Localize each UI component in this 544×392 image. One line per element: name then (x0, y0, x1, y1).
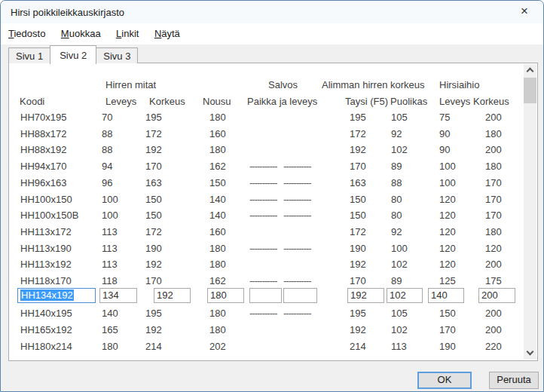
cell-aihio-korkeus: 200 (485, 109, 502, 126)
menu-item-linkit[interactable]: Linkit (110, 23, 145, 43)
cell-leveys: 140 (102, 305, 118, 322)
menu-item-tiedosto[interactable]: Tiedosto (2, 23, 51, 43)
edit-input-puolikas[interactable] (387, 288, 423, 303)
edit-input-taysi[interactable] (347, 288, 384, 303)
cell-salvos-leveys: ----------- (283, 175, 311, 191)
cell-koodi: HH113x190 (20, 240, 72, 257)
edit-input-salvos-paikka[interactable] (249, 288, 282, 303)
tab-panel: Hirren mitat Salvos Alimman hirren korke… (8, 63, 538, 361)
table-row[interactable]: HH113x17211317216017292120180 (9, 224, 524, 240)
cell-puolikas: 80 (391, 191, 402, 208)
cell-puolikas: 80 (391, 207, 402, 224)
edit-input-leveys[interactable] (99, 288, 137, 303)
cell-korkeus: 170 (145, 158, 162, 175)
ok-button[interactable]: OK (417, 372, 472, 389)
edit-input-salvos-leveys[interactable] (283, 288, 317, 303)
edit-input-koodi[interactable]: HH134x192 (17, 288, 96, 303)
table-row[interactable]: HH180x214180214202214113190220 (9, 338, 524, 355)
column-header-puolikas: Puolikas (390, 96, 427, 107)
cell-taysi: 195 (350, 305, 366, 322)
cell-leveys: 88 (102, 142, 112, 158)
cell-nousu: 180 (209, 322, 226, 338)
scroll-thumb[interactable] (524, 78, 536, 103)
cell-leveys: 165 (102, 322, 118, 338)
table-row[interactable]: HH94x17094170162----------------------17… (9, 158, 524, 175)
close-button[interactable]: × (510, 1, 539, 23)
cell-taysi: 214 (350, 338, 366, 355)
cell-koodi: HH180x214 (20, 338, 72, 355)
cell-koodi: HH94x170 (20, 158, 66, 175)
table-row[interactable]: HH100x150B100150140---------------------… (9, 207, 524, 224)
cell-aihio-leveys: 120 (439, 207, 456, 224)
cell-korkeus: 214 (145, 338, 162, 355)
cell-aihio-korkeus: 200 (485, 305, 502, 322)
column-header-korkeus: Korkeus (149, 96, 185, 107)
cell-leveys: 70 (102, 109, 112, 126)
column-header-nousu: Nousu (203, 96, 231, 107)
edit-input-aihio-korkeus[interactable] (478, 288, 515, 303)
cell-nousu: 202 (209, 338, 226, 355)
menu-item-nayta[interactable]: Näytä (148, 23, 186, 43)
cell-nousu: 140 (209, 207, 226, 224)
table-row[interactable]: HH113x192113192180192102120200 (9, 256, 524, 273)
tab-sivu-2[interactable]: Sivu 2 (50, 45, 96, 64)
edit-input-korkeus[interactable] (154, 288, 191, 303)
chevron-down-icon (527, 348, 534, 356)
cell-nousu: 180 (209, 142, 226, 158)
cell-aihio-leveys: 90 (439, 142, 450, 158)
cell-aihio-leveys: 125 (439, 273, 456, 289)
cell-korkeus: 195 (145, 305, 162, 322)
edit-input-nousu[interactable] (207, 288, 244, 303)
cell-aihio-korkeus: 200 (485, 322, 502, 338)
table-row[interactable]: HH88x1928819218019210290200 (9, 142, 524, 158)
cell-koodi: HH88x192 (20, 142, 66, 158)
menu-bar: Tiedosto Muokkaa Linkit Näytä (1, 23, 543, 44)
title-bar: Hirsi poikkileikkauskirjasto × (1, 1, 543, 23)
table-row[interactable]: HH140x195140195180----------------------… (9, 305, 524, 322)
table-row[interactable]: HH118x170118170162----------------------… (9, 273, 524, 289)
close-icon: × (521, 4, 528, 18)
cell-puolikas: 92 (391, 126, 402, 142)
cell-koodi: HH113x172 (20, 224, 72, 240)
table-row[interactable]: HH100x150100150140----------------------… (9, 191, 524, 208)
cell-salvos-leveys: ----------- (283, 158, 311, 175)
cell-koodi: HH96x163 (20, 175, 66, 191)
cell-salvos-leveys: ----------- (283, 240, 311, 257)
cell-nousu: 162 (209, 273, 226, 289)
cell-aihio-leveys: 120 (439, 191, 456, 208)
scroll-up-button[interactable] (524, 64, 536, 77)
tab-sivu-1[interactable]: Sivu 1 (8, 47, 50, 63)
cell-korkeus: 192 (145, 322, 162, 338)
cell-salvos-paikka: ----------- (249, 158, 277, 175)
scroll-down-button[interactable] (524, 347, 536, 360)
cell-salvos-paikka: ----------- (249, 207, 277, 224)
edit-input-aihio-leveys[interactable] (428, 288, 464, 303)
cell-aihio-leveys: 120 (439, 240, 456, 257)
cell-korkeus: 192 (145, 256, 162, 273)
cell-aihio-korkeus: 220 (485, 338, 502, 355)
chevron-up-icon (527, 68, 534, 75)
menu-item-muokkaa[interactable]: Muokkaa (55, 23, 107, 43)
table-row[interactable]: HH88x172881721601729290180 (9, 126, 524, 142)
cell-taysi: 190 (350, 240, 366, 257)
cell-taysi: 172 (350, 126, 366, 142)
column-header-paikka: Paikka ja leveys (247, 96, 317, 107)
table-row-editing[interactable]: HH134x192 (9, 288, 524, 306)
column-header-leveys: Leveys (105, 96, 136, 107)
table-row[interactable]: HH70x1957019518019510575200 (9, 109, 524, 126)
column-header-taysi: Taysi (F5) (345, 96, 388, 107)
table-row[interactable]: HH165x192165192180192102170200 (9, 322, 524, 338)
tab-sivu-3[interactable]: Sivu 3 (96, 47, 138, 63)
cell-salvos-paikka: ----------- (249, 305, 277, 322)
cell-aihio-korkeus: 175 (485, 273, 502, 289)
cell-leveys: 113 (102, 240, 118, 257)
cell-salvos-leveys: ----------- (283, 191, 311, 208)
cell-taysi: 192 (350, 142, 366, 158)
cell-taysi: 192 (350, 322, 366, 338)
vertical-scrollbar[interactable] (524, 64, 536, 360)
cancel-button[interactable]: Peruuta (489, 372, 539, 389)
cell-aihio-korkeus: 180 (485, 158, 502, 175)
table-row[interactable]: HH113x190113190180----------------------… (9, 240, 524, 257)
table-row[interactable]: HH96x16396163150----------------------16… (9, 175, 524, 191)
cell-nousu: 180 (209, 256, 226, 273)
